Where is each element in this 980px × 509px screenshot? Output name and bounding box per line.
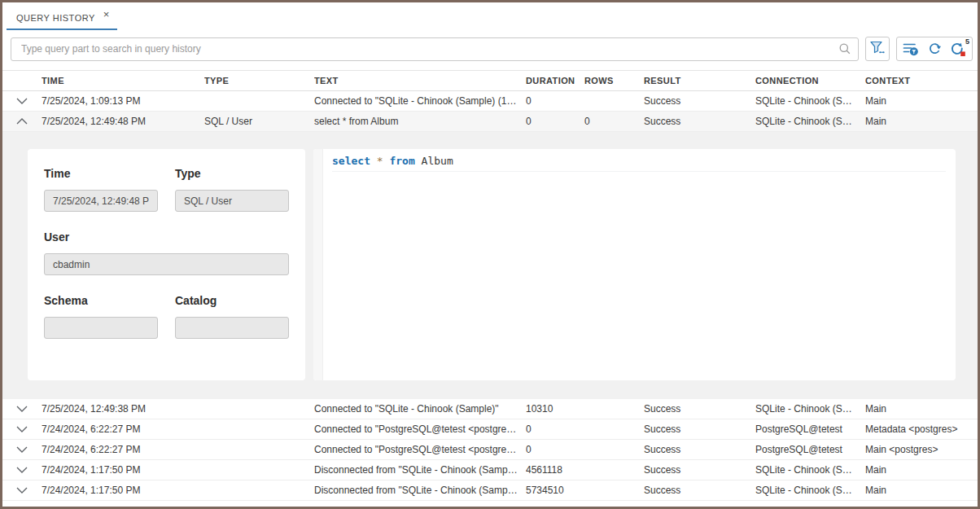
row-result: Success	[644, 116, 755, 127]
row-time: 7/24/2024, 6:22:27 PM	[42, 444, 204, 455]
history-row[interactable]: 7/24/2024, 1:17:50 PM Disconnected from …	[2, 480, 978, 501]
header-type: TYPE	[204, 76, 314, 86]
filter-button[interactable]	[865, 37, 890, 61]
sql-identifier: Album	[422, 155, 453, 167]
row-context: Main	[865, 485, 978, 496]
row-connection: SQLite - Chinook (Sampl...	[755, 485, 865, 496]
grid-filters-icon[interactable]	[902, 40, 920, 58]
expand-chevron-icon[interactable]	[2, 426, 42, 432]
row-connection: SQLite - Chinook (Sampl...	[755, 95, 865, 107]
row-time: 7/24/2024, 1:17:50 PM	[42, 464, 204, 476]
row-duration: 0	[526, 423, 584, 435]
filter-funnel-icon	[869, 41, 886, 58]
time-label: Time	[44, 167, 158, 180]
user-field-group: User	[44, 230, 289, 275]
row-duration: 5734510	[526, 485, 584, 496]
history-row-expanded[interactable]: 7/25/2024, 12:49:48 PM SQL / User select…	[2, 112, 978, 132]
row-context: Main	[865, 116, 978, 127]
user-value-field	[44, 253, 289, 275]
header-connection: CONNECTION	[755, 76, 865, 86]
query-properties-card: Time Type User Schema	[28, 149, 305, 380]
history-row[interactable]: 7/24/2024, 6:22:27 PM Connected to "Post…	[2, 440, 978, 460]
tab-close-icon[interactable]: ×	[103, 10, 110, 20]
row-result: Success	[644, 95, 755, 107]
row-text: select * from Album	[314, 116, 526, 127]
sql-code-line: select * from Album	[332, 155, 946, 172]
row-duration: 0	[526, 116, 584, 127]
row-result: Success	[644, 464, 755, 476]
sql-preview-card: select * from Album	[313, 149, 956, 380]
schema-label: Schema	[44, 294, 158, 307]
catalog-field-group: Catalog	[175, 294, 289, 339]
row-text: Connected to "PostgreSQL@tetest <postgre…	[314, 423, 526, 435]
row-result: Success	[644, 403, 755, 415]
row-text: Connected to "SQLite - Chinook (Sample) …	[314, 95, 526, 107]
row-result: Success	[644, 444, 755, 455]
row-duration: 0	[526, 444, 584, 455]
row-duration: 0	[526, 95, 584, 107]
user-label: User	[44, 230, 289, 244]
sql-star-token: *	[377, 155, 383, 167]
auto-refresh-interval-badge: 5	[965, 37, 969, 46]
collapse-chevron-icon[interactable]	[2, 118, 42, 125]
query-detail-panel: Time Type User Schema	[2, 132, 978, 399]
row-time: 7/24/2024, 1:17:50 PM	[42, 485, 204, 496]
sql-editor-gutter	[313, 149, 323, 380]
row-duration: 10310	[526, 403, 584, 415]
expand-chevron-icon[interactable]	[2, 467, 42, 473]
header-duration: DURATION	[526, 76, 584, 86]
sql-keyword: from	[389, 155, 414, 167]
row-connection: SQLite - Chinook (Sampl...	[755, 403, 865, 415]
expand-chevron-icon[interactable]	[2, 98, 42, 104]
history-row[interactable]: 7/24/2024, 6:22:27 PM Connected to "Post…	[2, 419, 978, 440]
row-context: Main <postgres>	[865, 444, 978, 455]
history-row[interactable]: 7/25/2024, 1:09:13 PM Connected to "SQLi…	[2, 91, 978, 112]
history-actions-group: 5	[896, 37, 973, 61]
row-context: Main	[865, 95, 978, 107]
row-connection: SQLite - Chinook (Sampl...	[755, 116, 865, 127]
header-time: TIME	[42, 76, 204, 86]
row-time: 7/25/2024, 12:49:38 PM	[42, 403, 204, 415]
time-value-field	[44, 190, 158, 212]
row-text: Disconnected from "SQLite - Chinook (Sam…	[314, 464, 526, 476]
row-rows: 0	[584, 116, 644, 127]
schema-value-field	[44, 317, 158, 339]
history-row[interactable]: 7/24/2024, 1:17:50 PM Disconnected from …	[2, 460, 978, 480]
header-context: CONTEXT	[865, 76, 978, 86]
row-connection: PostgreSQL@tetest	[755, 444, 865, 455]
expand-chevron-icon[interactable]	[2, 446, 42, 453]
row-time: 7/25/2024, 1:09:13 PM	[42, 95, 204, 107]
header-text: TEXT	[314, 76, 526, 86]
row-type: SQL / User	[204, 116, 314, 127]
auto-refresh-timer-icon[interactable]: 5	[949, 40, 967, 58]
time-field-group: Time	[44, 167, 158, 212]
row-context: Main	[865, 403, 978, 415]
sql-editor[interactable]: select * from Album	[323, 149, 956, 380]
history-row[interactable]: 7/25/2024, 12:49:38 PM Connected to "SQL…	[2, 399, 978, 419]
row-duration: 4561118	[526, 464, 584, 476]
schema-field-group: Schema	[44, 294, 158, 339]
tab-label: QUERY HISTORY	[16, 11, 95, 25]
type-field-group: Type	[175, 167, 289, 212]
search-icon	[838, 42, 851, 59]
query-history-window: QUERY HISTORY ×	[0, 0, 980, 509]
row-result: Success	[644, 423, 755, 435]
catalog-label: Catalog	[175, 294, 289, 307]
header-result: RESULT	[644, 76, 755, 86]
expand-chevron-icon[interactable]	[2, 406, 42, 412]
type-label: Type	[175, 167, 289, 180]
row-result: Success	[644, 485, 755, 496]
tab-query-history[interactable]: QUERY HISTORY ×	[7, 6, 117, 30]
tab-bar: QUERY HISTORY ×	[2, 2, 978, 30]
row-connection: PostgreSQL@tetest	[755, 423, 865, 435]
search-box	[11, 37, 859, 61]
row-context: Main	[865, 464, 978, 476]
expand-chevron-icon[interactable]	[2, 487, 42, 494]
row-context: Metadata <postgres>	[865, 423, 978, 435]
type-value-field	[175, 190, 289, 212]
sql-keyword: select	[332, 155, 370, 167]
row-text: Connected to "PostgreSQL@tetest <postgre…	[314, 444, 526, 455]
header-rows: ROWS	[584, 76, 644, 86]
refresh-icon[interactable]	[925, 40, 943, 58]
search-input[interactable]	[11, 37, 859, 61]
